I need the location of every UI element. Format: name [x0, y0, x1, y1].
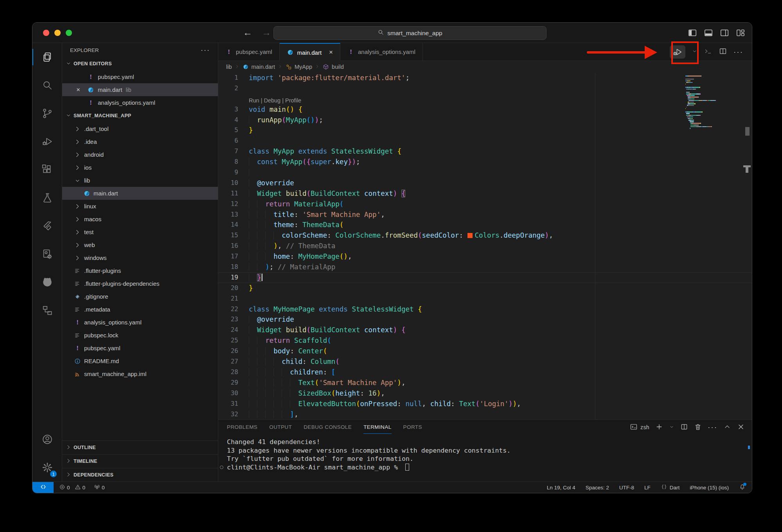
open-editor-analysis_options.yaml[interactable]: !analysis_options.yaml: [62, 96, 218, 109]
zoom-window-button[interactable]: [66, 30, 72, 36]
close-icon[interactable]: ×: [329, 48, 333, 56]
tree-item-.flutter-plugins-dependencies[interactable]: .flutter-plugins-dependencies: [62, 277, 218, 290]
activity-source-control[interactable]: [32, 99, 62, 127]
tree-item-.gitignore[interactable]: .gitignore: [62, 290, 218, 303]
breadcrumb-main.dart[interactable]: main.dart: [242, 63, 275, 70]
tree-item-label: macos: [84, 216, 101, 222]
terminal-dropdown-chevron-icon[interactable]: [669, 423, 674, 432]
toggle-sidebar-left-icon[interactable]: [687, 28, 698, 39]
maximize-panel-icon[interactable]: [723, 423, 731, 432]
command-center-search[interactable]: smart_machine_app: [273, 26, 547, 40]
status-utf-8[interactable]: UTF-8: [619, 485, 634, 491]
tree-item-ios[interactable]: ios: [62, 161, 218, 174]
activity-run-config[interactable]: [32, 240, 62, 268]
customize-layout-icon[interactable]: [735, 28, 746, 39]
terminal-prompt[interactable]: clint@Clints-MacBook-Air smart_machine_a…: [227, 463, 752, 472]
breadcrumb-build[interactable]: build: [322, 63, 344, 70]
tree-item-README.md[interactable]: README.md: [62, 355, 218, 367]
tree-item-lib[interactable]: lib: [62, 174, 218, 187]
status-label: Spaces: 2: [586, 485, 609, 491]
minimize-window-button[interactable]: [54, 30, 61, 36]
split-editor-icon[interactable]: [719, 47, 727, 57]
shell-selector[interactable]: zsh: [630, 423, 649, 432]
terminal-output[interactable]: Changed 41 dependencies!13 packages have…: [218, 435, 752, 471]
tree-item-pubspec.yaml[interactable]: !pubspec.yaml: [62, 342, 218, 355]
explorer-more-actions-icon[interactable]: ···: [201, 46, 210, 54]
codelens-actions[interactable]: Run | Debug | Profile: [249, 94, 301, 104]
more-actions-icon[interactable]: ···: [708, 423, 717, 432]
layout-controls: [687, 28, 746, 39]
toggle-panel-icon[interactable]: [703, 28, 714, 39]
activity-testing[interactable]: [32, 184, 62, 212]
line-number: 15: [218, 230, 249, 241]
status-spaces-2[interactable]: Spaces: 2: [586, 485, 609, 491]
breadcrumb-MyApp[interactable]: MyApp: [285, 63, 312, 70]
activity-account[interactable]: [32, 425, 62, 453]
activity-flutter[interactable]: [32, 212, 62, 240]
tree-item-.metadata[interactable]: .metadata: [62, 303, 218, 316]
project-section-header[interactable]: SMART_MACHINE_APP: [62, 109, 218, 122]
breadcrumb-lib[interactable]: lib: [226, 64, 232, 70]
toggle-sidebar-right-icon[interactable]: [719, 28, 730, 39]
tree-item-web[interactable]: web: [62, 238, 218, 251]
open-editor-pubspec.yaml[interactable]: !pubspec.yaml: [62, 70, 218, 83]
tree-item-test[interactable]: test: [62, 226, 218, 238]
tree-item-windows[interactable]: windows: [62, 251, 218, 264]
new-terminal-icon[interactable]: [655, 423, 663, 432]
panel-tab-debug-console[interactable]: DEBUG CONSOLE: [304, 421, 352, 434]
close-window-button[interactable]: [43, 30, 49, 36]
tab-pubspec.yaml[interactable]: !pubspec.yaml: [218, 43, 280, 61]
split-terminal-icon[interactable]: [680, 423, 688, 432]
braces-icon: [661, 484, 667, 491]
panel-tab-problems[interactable]: PROBLEMS: [227, 421, 257, 434]
open-editor-main.dart[interactable]: ×main.dartlib: [62, 83, 218, 96]
status-iphone-15-ios-[interactable]: iPhone (15) (ios): [690, 485, 729, 491]
more-actions-icon[interactable]: ···: [733, 48, 743, 56]
activity-github[interactable]: [32, 268, 62, 296]
activity-settings[interactable]: 1: [32, 453, 62, 482]
kill-terminal-icon[interactable]: [694, 423, 702, 432]
activity-remote-explorer[interactable]: [32, 296, 62, 324]
tree-item-android[interactable]: android: [62, 148, 218, 161]
code-editor[interactable]: 1import 'package:flutter/material.dart';…: [218, 73, 752, 419]
tree-item-.dart_tool[interactable]: .dart_tool: [62, 122, 218, 135]
status-dart[interactable]: Dart: [661, 484, 680, 491]
activity-extensions[interactable]: [32, 156, 62, 184]
tree-item-.idea[interactable]: .idea: [62, 135, 218, 148]
tab-analysis_options.yaml[interactable]: !analysis_options.yaml: [340, 43, 423, 61]
panel-tab-output[interactable]: OUTPUT: [269, 421, 292, 434]
tree-item-.flutter-plugins[interactable]: .flutter-plugins: [62, 264, 218, 277]
code-line-20: 20}: [218, 283, 752, 294]
problems-status[interactable]: 0 0 0: [54, 484, 105, 491]
tab-main.dart[interactable]: main.dart×: [280, 43, 340, 61]
status-bell[interactable]: [739, 484, 746, 491]
back-icon[interactable]: ←: [243, 27, 252, 38]
open-terminal-icon[interactable]: [704, 47, 712, 57]
line-content: colorScheme: ColorScheme.fromSeed(seedCo…: [249, 230, 553, 241]
status-ln-19-col-4[interactable]: Ln 19, Col 4: [547, 485, 575, 491]
tree-item-main.dart[interactable]: main.dart: [62, 187, 218, 200]
close-panel-icon[interactable]: [737, 423, 745, 432]
remote-indicator[interactable]: [32, 482, 54, 493]
panel-tab-ports[interactable]: PORTS: [403, 421, 422, 434]
minimap[interactable]: [682, 73, 752, 419]
close-icon[interactable]: ×: [76, 86, 80, 94]
panel-tab-terminal[interactable]: TERMINAL: [363, 421, 391, 434]
activity-explorer[interactable]: [32, 43, 62, 71]
section-timeline[interactable]: TIMELINE: [62, 454, 218, 468]
line-number: 28: [218, 367, 249, 378]
tree-item-pubspec.lock[interactable]: pubspec.lock: [62, 329, 218, 342]
status-lf[interactable]: LF: [644, 485, 651, 491]
activity-search[interactable]: [32, 71, 62, 99]
tree-item-smart_machine_app.iml[interactable]: smart_machine_app.iml: [62, 367, 218, 380]
tree-item-macos[interactable]: macos: [62, 213, 218, 226]
section-dependencies[interactable]: DEPENDENCIES: [62, 468, 218, 482]
tree-item-analysis_options.yaml[interactable]: !analysis_options.yaml: [62, 316, 218, 329]
color-swatch-deep-orange[interactable]: [467, 233, 473, 238]
activity-run-debug[interactable]: [32, 127, 62, 156]
open-editors-section-header[interactable]: OPEN EDITORS: [62, 57, 218, 70]
tree-item-linux[interactable]: linux: [62, 200, 218, 213]
open-editors-label: OPEN EDITORS: [74, 61, 112, 66]
section-outline[interactable]: OUTLINE: [62, 441, 218, 454]
forward-icon[interactable]: →: [262, 27, 271, 38]
